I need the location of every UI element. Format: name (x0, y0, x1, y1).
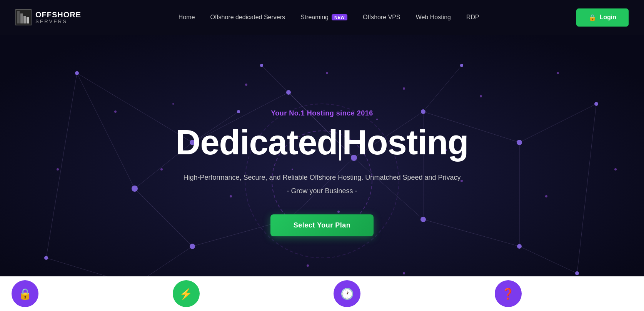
svg-point-34 (517, 140, 522, 145)
svg-point-59 (614, 168, 617, 171)
svg-point-43 (575, 271, 579, 275)
logo-top: OFFSHORE (35, 10, 81, 19)
svg-point-29 (75, 71, 79, 75)
cursor-bar (339, 130, 341, 161)
svg-point-52 (557, 72, 559, 74)
nav-link-webhosting[interactable]: Web Hosting (416, 14, 451, 20)
nav-item-vps[interactable]: Offshore VPS (363, 14, 400, 21)
card-item-1: ⚡ (161, 276, 322, 311)
hero-content: Your No.1 Hosting since 2016 DedicatedHo… (160, 109, 484, 236)
nav-item-streaming[interactable]: Streaming NEW (300, 14, 347, 21)
hero-subtitle2: - Grow your Business - (175, 187, 468, 195)
card-item-2: 🕐 (322, 276, 483, 311)
svg-point-47 (114, 110, 117, 113)
card-icon-1: ⚡ (173, 280, 200, 307)
svg-point-49 (326, 72, 328, 74)
select-plan-button[interactable]: Select Your Plan (270, 214, 374, 236)
nav-item-home[interactable]: Home (179, 14, 195, 21)
navbar: OFFSHORE SERVERS Home Offshore dedicated… (0, 0, 644, 35)
svg-point-37 (190, 244, 195, 249)
svg-rect-2 (23, 16, 26, 23)
svg-rect-1 (20, 13, 23, 23)
lock-icon: 🔒 (589, 14, 596, 21)
nav-link-rdp[interactable]: RDP (466, 14, 479, 20)
nav-links: Home Offshore dedicated Servers Streamin… (179, 14, 479, 21)
svg-point-50 (403, 87, 405, 90)
svg-point-36 (132, 186, 138, 192)
streaming-wrapper: Streaming NEW (300, 14, 347, 21)
svg-point-51 (480, 95, 482, 97)
card-icon-0: 🔒 (12, 280, 38, 307)
svg-point-31 (286, 90, 291, 95)
hero-title: DedicatedHosting (175, 125, 468, 161)
hero-section: Your No.1 Hosting since 2016 DedicatedHo… (0, 35, 644, 311)
nav-item-rdp[interactable]: RDP (466, 14, 479, 21)
select-plan-label: Select Your Plan (294, 221, 350, 229)
svg-point-60 (307, 264, 309, 267)
bottom-cards: 🔒 ⚡ 🕐 ❓ (0, 276, 644, 311)
logo-icon (15, 9, 32, 25)
new-badge: NEW (332, 14, 347, 20)
svg-point-40 (517, 244, 522, 249)
svg-rect-0 (17, 11, 20, 23)
login-button[interactable]: 🔒 Login (576, 8, 629, 27)
svg-point-57 (545, 195, 547, 197)
hero-title-part2: Hosting (342, 123, 469, 162)
card-icon-2: 🕐 (334, 280, 360, 307)
svg-point-42 (44, 256, 48, 260)
nav-link-vps[interactable]: Offshore VPS (363, 14, 400, 20)
nav-item-dedicated[interactable]: Offshore dedicated Servers (210, 14, 285, 21)
hero-subtitle: High-Performance, Secure, and Reliable O… (175, 172, 468, 183)
nav-link-dedicated[interactable]: Offshore dedicated Servers (210, 14, 285, 20)
svg-point-35 (594, 102, 598, 106)
svg-point-48 (245, 84, 247, 86)
nav-link-streaming[interactable]: Streaming (300, 14, 329, 21)
logo[interactable]: OFFSHORE SERVERS (15, 9, 81, 25)
svg-rect-3 (27, 17, 29, 23)
hero-title-part1: Dedicated (175, 123, 337, 162)
svg-point-62 (172, 103, 174, 105)
card-item-0: 🔒 (0, 276, 161, 311)
card-icon-3: ❓ (495, 280, 522, 307)
hero-tagline: Your No.1 Hosting since 2016 (175, 109, 468, 117)
card-item-3: ❓ (483, 276, 644, 311)
svg-point-44 (260, 64, 263, 67)
svg-point-58 (57, 168, 59, 171)
nav-link-home[interactable]: Home (179, 14, 195, 20)
svg-point-61 (403, 272, 405, 274)
nav-item-webhosting[interactable]: Web Hosting (416, 14, 451, 21)
login-label: Login (599, 14, 616, 21)
svg-point-45 (460, 64, 463, 67)
logo-text: OFFSHORE SERVERS (35, 10, 81, 24)
logo-bottom: SERVERS (35, 19, 81, 24)
